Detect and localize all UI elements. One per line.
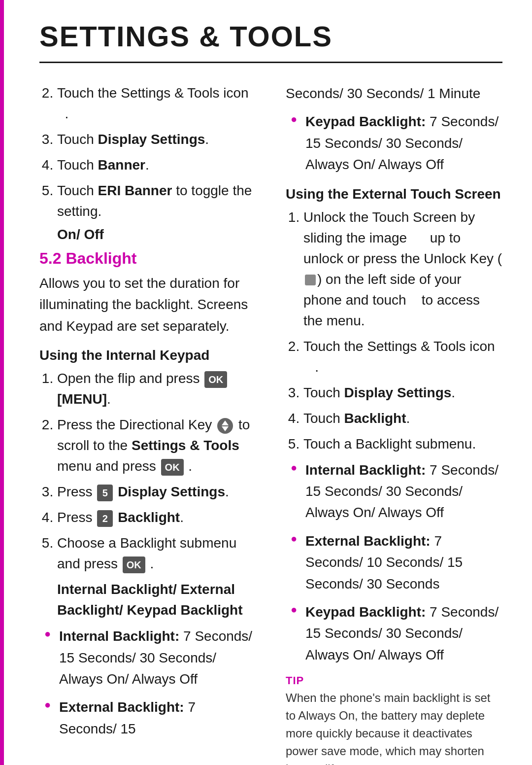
- list-item: External Backlight: 7 Seconds/ 10 Second…: [291, 530, 502, 594]
- list-item: Touch the Settings & Tools icon .: [57, 83, 256, 124]
- list-item: Touch the Settings & Tools icon .: [303, 336, 502, 378]
- list-item: Press 2 Backlight.: [57, 507, 256, 528]
- bold-text: Backlight: [118, 510, 180, 525]
- bold-text: Display Settings: [98, 132, 205, 147]
- tip-text: When the phone's main backlight is set t…: [286, 689, 502, 765]
- list-item: Touch a Backlight submenu.: [303, 434, 502, 454]
- external-steps-list: Unlock the Touch Screen by sliding the i…: [286, 207, 502, 454]
- bold-text: Keypad Backlight:: [305, 604, 426, 620]
- bold-text: Internal Backlight:: [305, 462, 426, 478]
- backlight-description: Allows you to set the duration for illum…: [39, 273, 256, 337]
- ok-button-icon: OK: [204, 371, 227, 388]
- bold-text: ERI Banner: [98, 183, 172, 198]
- tip-label: TIP: [286, 674, 502, 687]
- ok-button-icon: OK: [161, 459, 184, 476]
- list-item: Open the flip and press OK [MENU].: [57, 368, 256, 410]
- bold-text: Display Settings: [344, 385, 452, 400]
- bold-text: Backlight: [344, 411, 406, 426]
- ok-button-icon: OK: [123, 556, 145, 573]
- on-off-label: On/ Off: [57, 227, 256, 243]
- bold-text: [MENU]: [57, 391, 107, 407]
- right-column: Seconds/ 30 Seconds/ 1 Minute Keypad Bac…: [286, 83, 502, 765]
- seconds-continued: Seconds/ 30 Seconds/ 1 Minute: [286, 83, 502, 104]
- left-column: Touch the Settings & Tools icon . Touch …: [39, 83, 256, 765]
- section-52-heading: 5.2 Backlight: [39, 249, 256, 268]
- internal-steps-list: Open the flip and press OK [MENU]. Press…: [39, 368, 256, 574]
- list-item: Keypad Backlight: 7 Seconds/ 15 Seconds/…: [291, 111, 502, 175]
- list-item: Touch Banner.: [57, 155, 256, 175]
- two-column-layout: Touch the Settings & Tools icon . Touch …: [39, 83, 502, 765]
- list-item: Touch Backlight.: [303, 408, 502, 429]
- list-item: Touch Display Settings.: [57, 129, 256, 150]
- left-bullet-list: Internal Backlight: 7 Seconds/ 15 Second…: [39, 626, 256, 739]
- bold-text: Banner: [98, 157, 145, 173]
- submenu-heading: Internal Backlight/ External Backlight/ …: [57, 579, 256, 621]
- num-key-2: 2: [97, 510, 113, 527]
- page-title: SETTINGS & TOOLS: [39, 20, 502, 63]
- page-container: SETTINGS & TOOLS Touch the Settings & To…: [0, 0, 532, 765]
- page-border: [0, 0, 4, 765]
- unlock-key-icon: [305, 275, 316, 285]
- list-item: Internal Backlight: 7 Seconds/ 15 Second…: [44, 626, 256, 690]
- num-key-5: 5: [97, 485, 113, 501]
- intro-list: Touch the Settings & Tools icon . Touch …: [39, 83, 256, 222]
- list-item: Press 5 Display Settings.: [57, 482, 256, 502]
- bold-text: External Backlight:: [59, 699, 184, 715]
- directional-key-icon: [217, 418, 233, 434]
- bold-text: Settings & Tools: [132, 438, 239, 453]
- list-item: Internal Backlight: 7 Seconds/ 15 Second…: [291, 459, 502, 523]
- right-top-bullet-list: Keypad Backlight: 7 Seconds/ 15 Seconds/…: [286, 111, 502, 175]
- list-item: Touch ERI Banner to toggle the setting.: [57, 180, 256, 222]
- bold-text: Keypad Backlight:: [305, 114, 426, 129]
- list-item: Choose a Backlight submenu and press OK …: [57, 533, 256, 574]
- right-bottom-bullet-list: Internal Backlight: 7 Seconds/ 15 Second…: [286, 459, 502, 666]
- bold-text: Display Settings: [118, 484, 225, 499]
- using-external-heading: Using the External Touch Screen: [286, 186, 502, 202]
- list-item: Unlock the Touch Screen by sliding the i…: [303, 207, 502, 331]
- list-item: Press the Directional Key to scroll to t…: [57, 415, 256, 477]
- using-internal-keypad-heading: Using the Internal Keypad: [39, 348, 256, 363]
- list-item: Touch Display Settings.: [303, 382, 502, 403]
- list-item: Keypad Backlight: 7 Seconds/ 15 Seconds/…: [291, 601, 502, 665]
- bold-text: External Backlight:: [305, 533, 431, 549]
- bold-text: Internal Backlight:: [59, 628, 179, 644]
- list-item: External Backlight: 7 Seconds/ 15: [44, 696, 256, 739]
- bold-text: Internal Backlight/ External Backlight/ …: [57, 582, 243, 618]
